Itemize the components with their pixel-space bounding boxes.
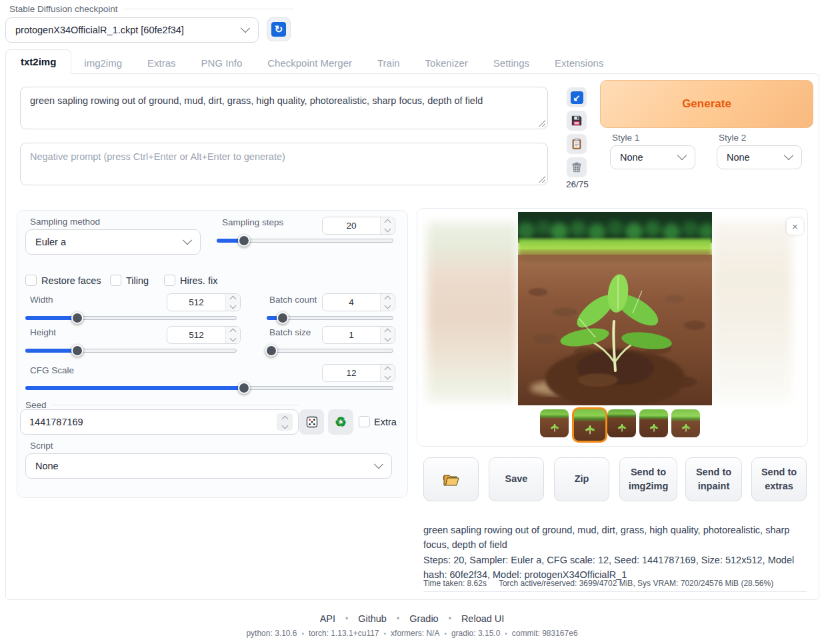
tab-tokenizer[interactable]: Tokenizer <box>413 52 481 74</box>
footer-links: API • Github • Gradio • Reload UI <box>0 613 824 624</box>
restore-faces-checkbox[interactable] <box>25 275 37 286</box>
folder-icon <box>442 472 461 487</box>
stepper-icon[interactable] <box>277 413 293 431</box>
xformers-version: xformers: N/A <box>391 629 439 638</box>
tab-settings[interactable]: Settings <box>481 52 542 74</box>
open-folder-button[interactable] <box>423 457 479 501</box>
stepper-icon[interactable] <box>380 327 395 343</box>
tab-extensions[interactable]: Extensions <box>542 52 616 74</box>
zip-button[interactable]: Zip <box>554 457 609 501</box>
stepper-icon[interactable] <box>225 327 240 343</box>
height-input[interactable]: 512 <box>167 326 241 344</box>
width-value: 512 <box>167 294 225 311</box>
torch-version: torch: 1.13.1+cu117 <box>309 629 379 638</box>
floppy-icon <box>571 115 583 127</box>
height-slider-thumb[interactable] <box>71 345 83 357</box>
gallery-thumbnail-4[interactable] <box>639 409 668 437</box>
send-to-inpaint-button[interactable]: Send to inpaint <box>685 457 742 501</box>
negative-prompt-input[interactable] <box>21 143 547 185</box>
thumbnail-image <box>681 423 691 433</box>
save-label: Save <box>505 472 528 486</box>
stepper-icon[interactable] <box>225 294 240 311</box>
extra-seed-label: Extra <box>374 417 397 427</box>
refresh-checkpoint-button[interactable]: ↻ <box>267 17 291 41</box>
dice-icon <box>305 415 319 429</box>
batch-count-slider-thumb[interactable] <box>277 312 289 324</box>
footer-link-reload-ui[interactable]: Reload UI <box>461 613 504 624</box>
random-seed-button[interactable] <box>299 409 324 435</box>
footer-link-api[interactable]: API <box>320 613 335 624</box>
reuse-seed-button[interactable]: ♻ <box>328 409 353 435</box>
gallery-thumbnail-2-selected[interactable] <box>572 407 607 443</box>
tiling-checkbox[interactable] <box>110 275 121 286</box>
cfg-scale-input[interactable]: 12 <box>322 364 395 382</box>
stepper-icon[interactable] <box>380 217 395 234</box>
width-label: Width <box>30 295 53 305</box>
send-to-extras-label: Send to extras <box>756 465 802 493</box>
generate-button[interactable]: Generate <box>600 80 813 128</box>
stepper-icon[interactable] <box>380 294 395 311</box>
batch-size-slider[interactable] <box>267 349 393 353</box>
seed-input[interactable]: 1441787169 <box>20 409 299 435</box>
style2-select[interactable]: None <box>717 145 802 169</box>
thumbnail-image <box>584 424 596 436</box>
extra-seed-checkbox[interactable] <box>359 416 370 427</box>
prompt-textarea-wrap: green sapling rowing out of ground, mud,… <box>20 87 548 129</box>
gallery-thumbnail-1[interactable] <box>540 409 569 437</box>
chevron-down-icon <box>241 23 250 33</box>
script-label: Script <box>30 441 53 451</box>
sampling-method-select[interactable]: Euler a <box>25 229 201 255</box>
width-slider-thumb[interactable] <box>71 312 83 324</box>
hires-fix-label: Hires. fix <box>180 275 217 286</box>
close-gallery-button[interactable]: × <box>787 218 803 235</box>
paste-params-button[interactable]: ↙ <box>567 87 587 107</box>
footer-link-github[interactable]: Github <box>358 613 387 624</box>
tab-img2img[interactable]: img2img <box>71 52 135 74</box>
clear-prompt-button[interactable] <box>567 157 587 177</box>
gallery-thumbnail-3[interactable] <box>607 409 636 437</box>
bullet-separator: • <box>397 614 399 623</box>
tab-txt2img[interactable]: txt2img <box>5 49 71 74</box>
height-label: Height <box>30 327 56 337</box>
batch-size-slider-thumb[interactable] <box>265 345 277 357</box>
footer-link-gradio[interactable]: Gradio <box>409 613 439 624</box>
save-button[interactable]: Save <box>489 457 544 501</box>
sampling-steps-value: 20 <box>323 217 380 234</box>
checkpoint-select[interactable]: protogenX34OfficialR_1.ckpt [60fe2f34] <box>5 17 259 43</box>
hires-fix-checkbox[interactable] <box>164 275 175 286</box>
gallery-thumbnail-5[interactable] <box>671 409 700 437</box>
batch-count-input[interactable]: 4 <box>322 293 395 311</box>
bullet-separator: • <box>505 630 507 637</box>
width-input[interactable]: 512 <box>167 293 241 311</box>
label-line <box>123 9 294 9</box>
save-style-button[interactable] <box>567 111 587 131</box>
tab-checkpoint-merger[interactable]: Checkpoint Merger <box>255 52 365 74</box>
apply-style-button[interactable] <box>567 134 587 154</box>
output-info-prompt: green sapling rowing out of ground, mud,… <box>423 523 807 553</box>
stepper-icon[interactable] <box>380 365 395 381</box>
chevron-down-icon <box>374 459 383 469</box>
width-slider-fill <box>25 316 77 320</box>
generate-label: Generate <box>682 97 731 111</box>
prompt-input[interactable]: green sapling rowing out of ground, mud,… <box>21 87 547 129</box>
send-to-extras-button[interactable]: Send to extras <box>751 457 807 501</box>
output-info-params: Steps: 20, Sampler: Euler a, CFG scale: … <box>423 553 807 583</box>
tab-train[interactable]: Train <box>365 52 413 74</box>
chevron-down-icon <box>183 235 192 245</box>
send-to-img2img-label: Send to img2img <box>624 465 673 493</box>
script-select[interactable]: None <box>25 453 392 479</box>
style1-select[interactable]: None <box>610 145 695 169</box>
close-icon: × <box>792 221 798 232</box>
tab-png-info[interactable]: PNG Info <box>189 52 255 74</box>
sampling-steps-slider-thumb[interactable] <box>238 235 250 247</box>
batch-size-input[interactable]: 1 <box>322 326 395 344</box>
tab-extras[interactable]: Extras <box>135 52 189 74</box>
gradio-version: gradio: 3.15.0 <box>451 629 500 638</box>
generated-image[interactable] <box>518 212 712 405</box>
sampling-steps-input[interactable]: 20 <box>322 217 395 235</box>
trash-icon <box>571 161 583 173</box>
cfg-scale-slider-thumb[interactable] <box>238 382 250 394</box>
bullet-separator: • <box>444 630 447 637</box>
thumbnail-image <box>617 423 627 433</box>
send-to-img2img-button[interactable]: Send to img2img <box>619 457 677 501</box>
